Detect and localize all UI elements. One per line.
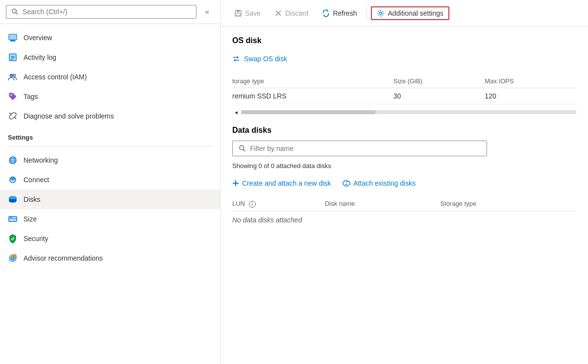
gear-icon xyxy=(377,9,385,17)
refresh-icon xyxy=(322,9,330,17)
sidebar-item-connect[interactable]: Connect xyxy=(0,170,220,190)
sidebar-item-disks-label: Disks xyxy=(24,195,40,203)
sidebar-nav: Overview Activity log xyxy=(0,24,220,364)
sidebar-item-connect-label: Connect xyxy=(24,176,49,184)
svg-rect-4 xyxy=(11,40,15,41)
svg-rect-30 xyxy=(236,13,240,16)
scroll-left-arrow[interactable]: ◄ xyxy=(232,108,240,116)
collapse-button[interactable]: « xyxy=(200,5,214,19)
svg-rect-5 xyxy=(10,41,16,42)
svg-rect-29 xyxy=(237,10,240,12)
sidebar-item-security-label: Security xyxy=(24,235,49,243)
size-cell: 30 xyxy=(393,88,485,104)
lun-info-icon[interactable]: i xyxy=(249,201,256,208)
svg-point-33 xyxy=(380,12,382,14)
col-iops: Max IOPS xyxy=(485,74,576,88)
search-icon xyxy=(11,8,19,16)
settings-divider xyxy=(8,146,212,146)
networking-icon xyxy=(8,155,18,165)
activity-icon xyxy=(8,52,18,62)
sidebar-item-security[interactable]: Security xyxy=(0,229,220,248)
create-attach-button[interactable]: Create and attach a new disk xyxy=(232,179,331,187)
os-disk-section: OS disk Swap OS disk torage type Size (G… xyxy=(232,36,576,116)
sidebar-item-advisor-label: Advisor recommendations xyxy=(24,254,103,262)
additional-settings-label: Additional settings xyxy=(388,9,443,17)
refresh-label: Refresh xyxy=(333,9,357,17)
svg-point-11 xyxy=(10,74,13,77)
refresh-button[interactable]: Refresh xyxy=(316,6,363,20)
svg-line-1 xyxy=(16,13,18,15)
additional-settings-button[interactable]: Additional settings xyxy=(371,6,449,20)
search-input[interactable] xyxy=(23,8,191,16)
col-lun: LUN i xyxy=(232,197,325,211)
showing-text: Showing 0 of 0 attached data disks xyxy=(232,162,576,170)
size-icon xyxy=(8,214,18,224)
svg-line-35 xyxy=(244,149,245,151)
storage-type-cell: remium SSD LRS xyxy=(232,88,393,104)
os-disk-title: OS disk xyxy=(232,36,576,45)
sidebar-item-size-label: Size xyxy=(24,215,37,223)
discard-button[interactable]: Discard xyxy=(269,6,314,20)
empty-row: No data disks attached xyxy=(232,211,576,229)
col-storage-type: torage type xyxy=(232,74,393,88)
security-icon xyxy=(8,234,18,243)
svg-point-0 xyxy=(12,9,16,13)
iops-cell: 120 xyxy=(485,88,576,104)
sidebar-item-diagnose-label: Diagnose and solve problems xyxy=(24,112,114,120)
sidebar-item-networking-label: Networking xyxy=(24,156,58,164)
monitor-icon xyxy=(8,33,18,43)
swap-os-disk-label: Swap OS disk xyxy=(244,55,287,63)
empty-text: No data disks attached xyxy=(232,211,576,229)
main-content: Save Discard Refresh Addition xyxy=(220,0,588,364)
sidebar-item-advisor[interactable]: Advisor recommendations xyxy=(0,248,220,268)
data-disks-section: Data disks Showing 0 of 0 attached data … xyxy=(232,126,576,229)
sidebar-item-access-label: Access control (IAM) xyxy=(24,73,87,81)
table-row: remium SSD LRS 30 120 xyxy=(232,88,576,104)
save-label: Save xyxy=(245,9,261,17)
svg-rect-22 xyxy=(9,217,17,221)
attach-existing-label: Attach existing disks xyxy=(353,179,416,187)
sidebar-item-diagnose[interactable]: Diagnose and solve problems xyxy=(0,106,220,126)
search-box[interactable] xyxy=(6,5,196,19)
sidebar-item-overview[interactable]: Overview xyxy=(0,28,220,48)
advisor-icon xyxy=(8,253,18,263)
attach-icon xyxy=(343,179,350,187)
col-size: Size (GiB) xyxy=(393,74,485,88)
sidebar-item-access-control[interactable]: Access control (IAM) xyxy=(0,67,220,87)
os-disk-table: torage type Size (GiB) Max IOPS remium S… xyxy=(232,74,576,104)
filter-input-box[interactable] xyxy=(232,141,487,156)
sidebar-item-tags[interactable]: Tags xyxy=(0,87,220,106)
create-attach-label: Create and attach a new disk xyxy=(242,179,331,187)
toolbar: Save Discard Refresh Addition xyxy=(220,0,588,26)
wrench-icon xyxy=(8,111,18,121)
data-disks-title: Data disks xyxy=(232,126,576,135)
connect-icon xyxy=(8,175,18,185)
svg-point-20 xyxy=(12,179,14,181)
filter-search-icon xyxy=(239,145,246,152)
col-disk-name: Disk name xyxy=(325,197,441,211)
svg-point-34 xyxy=(240,146,244,150)
tag-icon xyxy=(8,92,18,101)
save-icon xyxy=(234,9,242,17)
attach-existing-button[interactable]: Attach existing disks xyxy=(343,179,416,187)
svg-point-13 xyxy=(11,95,12,96)
content-area: OS disk Swap OS disk torage type Size (G… xyxy=(220,26,588,364)
sidebar-item-networking[interactable]: Networking xyxy=(0,150,220,170)
save-button[interactable]: Save xyxy=(228,6,267,20)
sidebar-item-activity-log[interactable]: Activity log xyxy=(0,48,220,67)
sidebar-item-disks[interactable]: Disks xyxy=(0,190,220,209)
discard-icon xyxy=(274,9,282,17)
settings-section-header: Settings xyxy=(0,126,220,144)
toolbar-separator xyxy=(367,6,367,20)
col-storage-type: Storage type xyxy=(441,197,576,211)
svg-rect-24 xyxy=(10,217,12,218)
svg-rect-7 xyxy=(9,54,16,61)
sidebar-search-container: « xyxy=(0,0,220,24)
sidebar-item-size[interactable]: Size xyxy=(0,209,220,229)
swap-os-disk-button[interactable]: Swap OS disk xyxy=(232,53,576,65)
data-disks-table: LUN i Disk name Storage type No data dis… xyxy=(232,197,576,229)
filter-input[interactable] xyxy=(250,145,481,152)
sidebar-item-tags-label: Tags xyxy=(24,93,38,100)
plus-icon xyxy=(232,180,239,187)
swap-icon xyxy=(232,55,240,63)
